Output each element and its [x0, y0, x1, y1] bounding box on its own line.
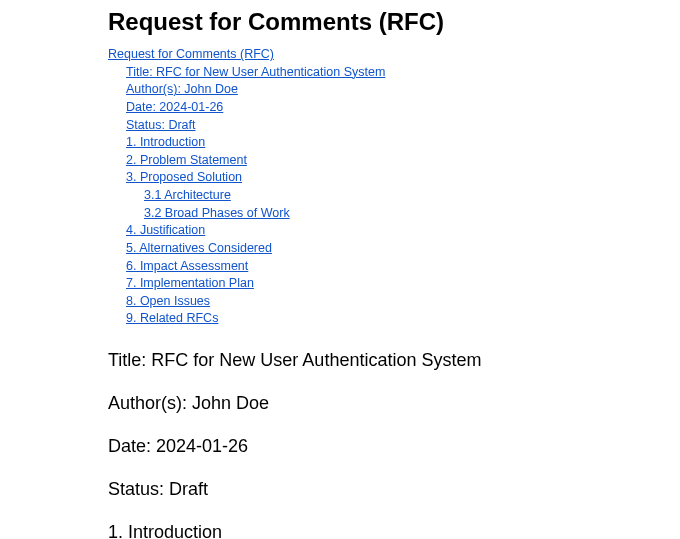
toc-link-architecture[interactable]: 3.1 Architecture [144, 187, 231, 205]
toc-link-implementation[interactable]: 7. Implementation Plan [126, 275, 254, 293]
toc-link-justification[interactable]: 4. Justification [126, 222, 205, 240]
heading-author: Author(s): John Doe [108, 393, 640, 414]
toc-link-title[interactable]: Title: RFC for New User Authentication S… [126, 64, 385, 82]
toc-link-open-issues[interactable]: 8. Open Issues [126, 293, 210, 311]
toc-link-root[interactable]: Request for Comments (RFC) [108, 46, 274, 64]
heading-date: Date: 2024-01-26 [108, 436, 640, 457]
toc-link-introduction[interactable]: 1. Introduction [126, 134, 205, 152]
document-page: Request for Comments (RFC) Request for C… [0, 0, 680, 539]
toc-link-impact[interactable]: 6. Impact Assessment [126, 258, 248, 276]
toc-link-related-rfcs[interactable]: 9. Related RFCs [126, 310, 218, 328]
table-of-contents: Request for Comments (RFC) Title: RFC fo… [108, 46, 640, 328]
page-title: Request for Comments (RFC) [108, 8, 640, 36]
toc-link-proposed-solution[interactable]: 3. Proposed Solution [126, 169, 242, 187]
heading-introduction: 1. Introduction [108, 522, 640, 539]
toc-link-date[interactable]: Date: 2024-01-26 [126, 99, 223, 117]
toc-link-author[interactable]: Author(s): John Doe [126, 81, 238, 99]
toc-link-problem-statement[interactable]: 2. Problem Statement [126, 152, 247, 170]
toc-link-alternatives[interactable]: 5. Alternatives Considered [126, 240, 272, 258]
heading-status: Status: Draft [108, 479, 640, 500]
toc-link-status[interactable]: Status: Draft [126, 117, 195, 135]
toc-link-phases[interactable]: 3.2 Broad Phases of Work [144, 205, 290, 223]
heading-title: Title: RFC for New User Authentication S… [108, 350, 640, 371]
